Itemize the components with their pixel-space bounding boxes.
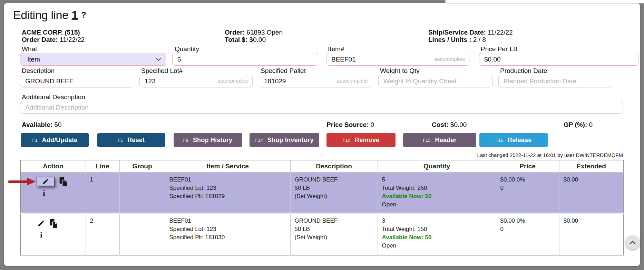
- order-date-label: Order Date:: [22, 36, 58, 43]
- remove-button[interactable]: F10Remove: [326, 133, 396, 147]
- ship-info: Ship/Service Date: 11/22/22 Lines / Unit…: [428, 29, 513, 44]
- available-stat: Available: 50: [22, 121, 61, 129]
- price-value: $0.00 0%: [500, 217, 555, 225]
- chevron-up-icon: [630, 241, 636, 244]
- action-cell: i: [20, 213, 86, 255]
- price-value: $0.00 0%: [500, 176, 555, 184]
- production-date-input[interactable]: [498, 75, 612, 87]
- lot-label: Specified Lot#: [141, 67, 183, 75]
- help-icon[interactable]: ?: [81, 10, 86, 19]
- table-row-line-1[interactable]: i 1 BEEF01 Specified Lot: 123 Specified …: [20, 173, 623, 213]
- header-button[interactable]: F15Header: [403, 133, 476, 147]
- info-icon[interactable]: i: [43, 189, 45, 197]
- shop-history-button[interactable]: F9Shop History: [174, 133, 242, 147]
- line-cell: 1: [86, 173, 119, 213]
- qty-status: Open: [382, 201, 492, 209]
- customer-name: ACME CORP. (515): [22, 29, 80, 36]
- add-update-button[interactable]: F1Add/Update: [21, 133, 89, 147]
- description-label: Description: [22, 67, 55, 75]
- ship-date-label: Ship/Service Date:: [428, 29, 486, 36]
- total-label: Total $:: [225, 36, 247, 43]
- additional-description-label: Additional Description: [22, 93, 85, 101]
- desc-weight: 50 LB: [295, 184, 373, 192]
- button-label: Shop Inventory: [267, 137, 314, 144]
- fkey-label: F10: [343, 138, 350, 143]
- pencil-icon: [37, 220, 45, 227]
- cost-label: Cost:: [432, 121, 449, 128]
- page-title-text: Editing line: [13, 8, 68, 21]
- group-cell: [119, 173, 165, 213]
- additional-description-input[interactable]: [20, 101, 623, 114]
- function-button-row: F1Add/Update F5Reset F9Shop History F14S…: [21, 133, 548, 147]
- edit-line-button[interactable]: [37, 220, 45, 227]
- qty-value: 5: [382, 176, 492, 184]
- fkey-label: F14: [255, 138, 263, 143]
- description-input[interactable]: [20, 75, 133, 87]
- fkey-label: F1: [32, 138, 37, 143]
- col-header-price: Price: [496, 160, 559, 173]
- scroll-to-top-button[interactable]: [626, 235, 640, 249]
- line-cell: 2: [86, 213, 119, 255]
- table-row-line-2[interactable]: i 2 BEEF01 Specified Lot: 123 Specified …: [20, 213, 623, 255]
- edit-line-button[interactable]: [37, 177, 55, 186]
- col-header-item-service: Item / Service: [165, 160, 290, 173]
- info-icon[interactable]: i: [40, 231, 42, 239]
- price-per-lb-input[interactable]: [479, 53, 638, 66]
- col-header-quantity: Quantity: [378, 160, 496, 173]
- lines-units-label: Lines / Units :: [428, 36, 471, 43]
- price-source-label: Price Source:: [326, 121, 369, 128]
- available-label: Available:: [22, 121, 52, 128]
- weight-to-qty-input[interactable]: [378, 75, 493, 87]
- price-per-lb-label: Price Per LB: [481, 45, 518, 53]
- description-cell: GROUND BEEF 50 LB (Set Weight): [290, 173, 378, 213]
- button-label: Shop History: [193, 137, 232, 144]
- gp-value: 0: [589, 121, 593, 128]
- reset-button[interactable]: F5Reset: [97, 133, 165, 147]
- quantity-cell: 3 Total Weight: 150 Available Now: 50 Op…: [378, 213, 496, 255]
- desc-name: GROUND BEEF: [295, 176, 373, 184]
- item-label: Item#: [328, 45, 344, 53]
- what-select[interactable]: Item: [20, 53, 166, 66]
- shop-inventory-button[interactable]: F14Shop Inventory: [250, 133, 319, 147]
- col-header-action: Action: [20, 160, 86, 173]
- window-edge-artifact: [445, 0, 644, 3]
- quantity-input[interactable]: [172, 53, 318, 66]
- lot-input[interactable]: [139, 75, 253, 87]
- description-cell: GROUND BEEF 50 LB (Set Weight): [290, 213, 378, 255]
- item-lot: Specified Lot: 123: [169, 184, 286, 192]
- page-title: Editing line1?: [13, 8, 86, 22]
- order-summary: Order: 61893 Open Total $: $0.00: [225, 29, 283, 44]
- qty-total-weight: Total Weight: 150: [382, 225, 492, 233]
- pencil-icon: [42, 178, 49, 185]
- gp-label: GP (%):: [564, 121, 587, 128]
- price-extra: 0: [500, 184, 555, 192]
- copy-line-button[interactable]: [49, 218, 58, 228]
- what-select-value: Item: [27, 56, 40, 63]
- pallet-input[interactable]: [259, 75, 372, 87]
- item-service-cell: BEEF01 Specified Lot: 123 Specified Plt:…: [165, 213, 290, 255]
- price-source-stat: Price Source: 0: [326, 121, 374, 129]
- last-changed-status: Last changed 2022-11-22 at 16:01 by user…: [477, 152, 623, 158]
- price-cell: $0.00 0% 0: [496, 213, 559, 255]
- item-code: BEEF01: [169, 176, 286, 184]
- qty-available-now: Available Now: 50: [382, 192, 492, 201]
- col-header-group: Group: [119, 160, 165, 173]
- quantity-label: Quantity: [175, 45, 199, 53]
- ship-date-value: 11/22/22: [488, 29, 513, 36]
- qty-value: 3: [382, 217, 492, 225]
- price-extra: 0: [500, 225, 555, 233]
- button-label: Reset: [127, 137, 145, 144]
- price-source-value: 0: [371, 121, 374, 128]
- total-value: $0.00: [249, 36, 266, 43]
- customer-info: ACME CORP. (515) Order Date: 11/22/22: [22, 29, 85, 44]
- item-number-input[interactable]: [326, 53, 469, 66]
- copy-icon: [59, 177, 68, 186]
- desc-weight-type: (Set Weight): [295, 192, 373, 201]
- group-cell: [119, 213, 165, 255]
- weight-to-qty-label: Weight to Qty: [380, 67, 420, 75]
- release-button[interactable]: F16Release: [479, 133, 548, 147]
- copy-line-button[interactable]: [59, 177, 68, 186]
- what-label: What: [22, 45, 37, 53]
- extended-cell: $0.00: [559, 213, 623, 255]
- available-value: 50: [54, 121, 61, 128]
